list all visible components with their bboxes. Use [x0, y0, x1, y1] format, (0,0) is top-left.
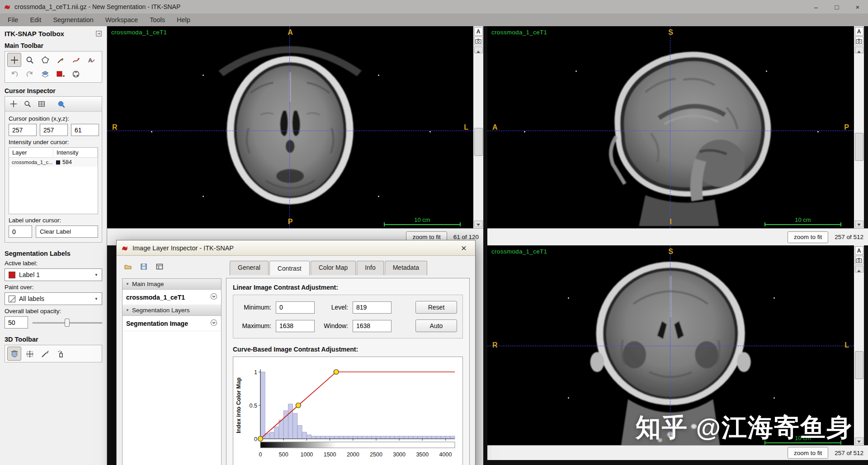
layer-item-main-image[interactable]: crossmoda_1_ceT1 [123, 290, 221, 305]
main-image-header[interactable]: ▼Main Image [123, 279, 221, 290]
intensity-col-layer[interactable]: Layer [9, 148, 53, 157]
tab-general[interactable]: General [230, 261, 269, 275]
reset-button[interactable]: Reset [415, 301, 457, 314]
scrollbar-thumb[interactable] [474, 128, 483, 156]
scroll-up-arrow[interactable] [474, 47, 483, 53]
menu-file[interactable]: File [2, 14, 24, 26]
svg-text:0: 0 [259, 451, 262, 458]
dialog-close-button[interactable]: × [457, 241, 471, 255]
open-layer-icon[interactable] [122, 261, 134, 272]
maximize-button[interactable]: □ [826, 0, 847, 14]
view-sagittal[interactable]: crossmoda_1_ceT1 S A P I 10 cm [487, 26, 854, 228]
clear-label-field[interactable]: Clear Label [36, 225, 98, 238]
scroll-down-arrow[interactable] [855, 437, 863, 444]
zoom-icon[interactable] [22, 98, 33, 110]
scrollbar-track[interactable] [855, 53, 863, 219]
cursor-z-input[interactable] [71, 124, 99, 136]
svg-text:2000: 2000 [347, 451, 359, 458]
contrast-histogram-chart[interactable]: 00.5105001000150020002500300035004000Ind… [234, 358, 460, 465]
scalpel-icon[interactable] [38, 347, 52, 361]
spray-icon[interactable] [53, 347, 67, 361]
cursor-inspector-label: Cursor Inspector [5, 87, 102, 94]
segmentation-layers-header[interactable]: ▼Segmentation Layers [123, 305, 221, 316]
axial-scrollbar[interactable]: A [473, 26, 483, 228]
menu-segmentation[interactable]: Segmentation [47, 14, 99, 26]
annotation-marker-button[interactable]: A [474, 27, 483, 36]
cursor-y-input[interactable] [40, 124, 68, 136]
annotation-marker-button[interactable]: A [855, 27, 863, 36]
scrollbar-track[interactable] [474, 53, 483, 219]
scrollbar-thumb[interactable] [855, 351, 863, 379]
annotation-tool-icon[interactable]: A [84, 53, 98, 67]
label-wheel-icon[interactable] [69, 67, 83, 81]
view-axial[interactable]: crossmoda_1_ceT1 A R L P 10 cm [107, 26, 473, 228]
polygon-tool-icon[interactable] [38, 53, 52, 67]
layer-color-swatch [56, 160, 60, 164]
crosshair-icon[interactable] [8, 98, 19, 110]
intensity-table[interactable]: Layer Intensity crossmoda_1_c... 584 [9, 147, 98, 214]
active-label-icon[interactable] [53, 67, 67, 81]
active-label-dropdown[interactable]: Label 1 ▼ [5, 268, 102, 281]
zoom-to-fit-button[interactable]: zoom to fit [788, 231, 828, 243]
snake-tool-icon[interactable] [69, 53, 83, 67]
trackball-icon[interactable] [7, 347, 21, 361]
minimize-button[interactable]: – [806, 0, 826, 14]
scroll-down-arrow[interactable] [474, 221, 483, 227]
dock-panel-icon[interactable] [95, 30, 102, 37]
undo-icon[interactable] [7, 67, 21, 81]
label-under-cursor-input[interactable] [9, 225, 32, 238]
slider-thumb[interactable] [65, 319, 70, 327]
layer-visibility-icon[interactable] [210, 319, 217, 328]
maximum-input[interactable] [276, 320, 315, 332]
crosshair-3d-icon[interactable] [23, 347, 37, 361]
intensity-col-intensity[interactable]: Intensity [53, 148, 98, 157]
close-button[interactable]: × [847, 0, 868, 14]
crosshair-tool-icon[interactable] [7, 53, 21, 67]
opacity-slider[interactable] [33, 318, 102, 327]
scroll-up-arrow[interactable] [855, 266, 863, 272]
title-bar[interactable]: crossmoda_1_ceT1.nii.gz - New Segmentati… [0, 0, 868, 14]
screenshot-button[interactable] [855, 256, 863, 264]
dialog-title-bar[interactable]: Image Layer Inspector - ITK-SNAP × [117, 240, 475, 256]
scrollbar-thumb[interactable] [855, 133, 863, 161]
zoom-tool-icon[interactable] [23, 53, 37, 67]
scroll-up-arrow[interactable] [855, 47, 863, 53]
cursor-x-input[interactable] [9, 124, 37, 136]
auto-button[interactable]: Auto [415, 319, 457, 332]
window-input[interactable] [353, 320, 392, 332]
level-input[interactable] [353, 301, 392, 314]
layers-icon[interactable] [38, 67, 52, 81]
redo-icon[interactable] [23, 67, 37, 81]
tab-contrast[interactable]: Contrast [269, 261, 310, 275]
paintbrush-tool-icon[interactable] [53, 53, 67, 67]
inspector-search-icon[interactable] [55, 98, 67, 110]
annotation-marker-button[interactable]: A [855, 246, 863, 255]
tab-info[interactable]: Info [357, 261, 383, 275]
grid-icon[interactable] [36, 98, 47, 110]
layer-layout-icon[interactable] [154, 261, 165, 272]
menu-help[interactable]: Help [171, 14, 196, 26]
save-layer-icon[interactable] [138, 261, 150, 272]
menu-tools[interactable]: Tools [144, 14, 171, 26]
table-row[interactable]: crossmoda_1_c... 584 [9, 158, 98, 167]
scrollbar-track[interactable] [855, 272, 863, 436]
tab-color-map[interactable]: Color Map [311, 261, 356, 275]
screenshot-button[interactable] [855, 37, 863, 45]
menu-bar: FileEditSegmentationWorkspaceToolsHelp [0, 14, 868, 26]
sagittal-scrollbar[interactable]: A [854, 26, 864, 228]
menu-edit[interactable]: Edit [24, 14, 47, 26]
minimum-label: Minimum: [239, 304, 271, 311]
tab-metadata[interactable]: Metadata [385, 261, 427, 275]
layer-visibility-icon[interactable] [210, 293, 217, 301]
intensity-row-value: 584 [62, 159, 72, 165]
contrast-curve-chart[interactable]: 00.5105001000150020002500300035004000Ind… [233, 357, 463, 465]
paint-over-dropdown[interactable]: All labels ▼ [5, 292, 102, 305]
opacity-input[interactable] [5, 316, 28, 329]
layer-item-segmentation[interactable]: Segmentation Image [123, 316, 221, 331]
scroll-down-arrow[interactable] [855, 221, 863, 227]
minimum-input[interactable] [276, 301, 315, 314]
screenshot-button[interactable] [474, 37, 483, 45]
coronal-scrollbar[interactable]: A [854, 245, 864, 445]
zoom-to-fit-button[interactable]: zoom to fit [788, 447, 828, 459]
menu-workspace[interactable]: Workspace [99, 14, 144, 26]
